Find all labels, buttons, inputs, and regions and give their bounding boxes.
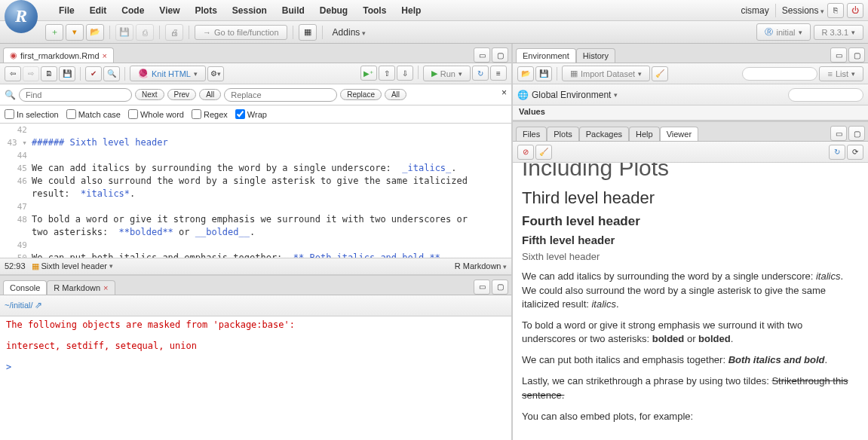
save-button[interactable]: 💾: [115, 24, 133, 41]
env-max-icon[interactable]: ▢: [848, 47, 865, 63]
r-version-menu[interactable]: R 3.3.1: [814, 25, 863, 40]
tab-packages[interactable]: Packages: [579, 127, 629, 141]
minimize-pane-icon[interactable]: ▭: [474, 47, 490, 63]
find-all-button[interactable]: All: [199, 89, 221, 100]
refresh-viewer-button[interactable]: ⟳: [847, 145, 863, 160]
sync-viewer-button[interactable]: ↻: [829, 145, 845, 160]
list-view-menu[interactable]: ≡ List: [819, 66, 863, 81]
close-rmd-tab[interactable]: ×: [103, 283, 108, 292]
load-ws-button[interactable]: 📂: [517, 66, 534, 81]
lang-mode[interactable]: R Markdown: [455, 261, 507, 270]
menu-session[interactable]: Session: [225, 3, 275, 18]
cursor-pos: 52:93: [5, 261, 26, 270]
run-button[interactable]: ▶ Run: [423, 66, 471, 81]
regex-checkbox[interactable]: Regex: [192, 109, 228, 119]
close-tab-icon[interactable]: ×: [103, 51, 107, 60]
project-menu[interactable]: Ⓡ initial: [756, 23, 810, 41]
go-prev-button[interactable]: ⇧: [379, 66, 395, 81]
console-output[interactable]: The following objects are masked from 'p…: [0, 316, 511, 440]
menu-code[interactable]: Code: [114, 3, 152, 18]
tab-help[interactable]: Help: [629, 127, 660, 141]
env-min-icon[interactable]: ▭: [830, 47, 847, 63]
in-selection-checkbox[interactable]: In selection: [5, 109, 59, 119]
addins-menu[interactable]: Addins: [328, 25, 370, 40]
tab-files[interactable]: Files: [516, 127, 547, 141]
tab-plots[interactable]: Plots: [547, 127, 578, 141]
show-doc-icon[interactable]: 🗎: [41, 66, 57, 81]
rmarkdown-tab[interactable]: R Markdown ×: [47, 280, 115, 295]
menu-view[interactable]: View: [152, 3, 187, 18]
replace-button[interactable]: Replace: [340, 89, 382, 100]
maximize-pane-icon[interactable]: ▢: [492, 47, 508, 63]
menu-plots[interactable]: Plots: [187, 3, 224, 18]
editor-tab[interactable]: ◉ first_rmarkdown.Rmd ×: [3, 47, 114, 63]
wrap-checkbox[interactable]: Wrap: [235, 109, 267, 119]
knit-button[interactable]: 🧶 Knit HTML: [130, 66, 206, 81]
save-ws-button[interactable]: 💾: [535, 66, 552, 81]
user-label: cismay: [741, 5, 768, 16]
close-find-icon[interactable]: ×: [501, 87, 507, 98]
goto-file-input[interactable]: Go to file/function: [195, 25, 287, 40]
publish-button[interactable]: ↻: [472, 66, 489, 81]
remove-viewer-button[interactable]: ⊘: [517, 145, 534, 160]
menu-tools[interactable]: Tools: [355, 3, 394, 18]
code-editor[interactable]: 4243 ▾###### Sixth level header4445We ca…: [0, 124, 511, 258]
save-doc-button[interactable]: 💾: [59, 66, 75, 81]
viewer-para: You can also embed plots, for example:: [522, 410, 859, 423]
env-scope-menu[interactable]: 🌐 Global Environment: [517, 90, 618, 100]
env-search-input[interactable]: [742, 67, 817, 81]
spellcheck-button[interactable]: ✔: [85, 66, 102, 81]
menu-debug[interactable]: Debug: [312, 3, 355, 18]
find-replace-button[interactable]: 🔍: [103, 66, 120, 81]
replace-all-button[interactable]: All: [385, 89, 406, 100]
grid-button[interactable]: ▦: [299, 24, 317, 41]
viewer-max-icon[interactable]: ▢: [848, 126, 865, 141]
match-case-checkbox[interactable]: Match case: [66, 109, 121, 119]
outline-button[interactable]: ≡: [490, 66, 507, 81]
print-button[interactable]: 🖨: [165, 24, 183, 41]
chunk-nav[interactable]: ▦ Sixth level header: [32, 261, 113, 271]
console-max-icon[interactable]: ▢: [492, 280, 508, 295]
console-min-icon[interactable]: ▭: [474, 280, 490, 295]
replace-input[interactable]: [224, 88, 337, 102]
sessions-menu[interactable]: Sessions: [782, 5, 824, 16]
editor-line: 48To bold a word or give it strong empha…: [0, 213, 511, 226]
console-tab[interactable]: Console: [3, 280, 47, 295]
back-icon[interactable]: ⇦: [5, 66, 21, 81]
power-icon[interactable]: ⏻: [847, 3, 863, 18]
menu-file[interactable]: File: [51, 3, 82, 18]
console-path-arrow-icon[interactable]: ⇗: [35, 300, 42, 310]
viewer-content[interactable]: Including Plots Third level header Fourt…: [513, 163, 868, 440]
environment-tab[interactable]: Environment: [516, 48, 576, 63]
go-next-button[interactable]: ⇩: [397, 66, 413, 81]
env-scope-bar: 🌐 Global Environment: [513, 84, 868, 105]
new-file-button[interactable]: ＋: [45, 24, 63, 41]
tab-viewer[interactable]: Viewer: [660, 127, 698, 141]
find-next-button[interactable]: Next: [135, 89, 164, 100]
clear-env-button[interactable]: 🧹: [652, 66, 668, 81]
viewer-para: Lastly, we can strikethrough a phrase by…: [522, 374, 859, 402]
find-prev-button[interactable]: Prev: [167, 89, 197, 100]
editor-line: 44: [0, 149, 511, 162]
save-all-button[interactable]: ⎙: [136, 24, 154, 41]
find-input[interactable]: [19, 88, 132, 102]
gear-icon[interactable]: ⚙: [207, 66, 224, 81]
history-tab[interactable]: History: [576, 48, 615, 63]
env-toolbar: 📂 💾 ▦ Import Dataset 🧹 ≡ List: [513, 63, 868, 84]
clear-viewer-button[interactable]: 🧹: [535, 145, 552, 160]
values-header: Values: [513, 105, 868, 121]
new-project-button[interactable]: ▾: [66, 24, 84, 41]
menu-edit[interactable]: Edit: [82, 3, 115, 18]
env-filter-input[interactable]: [788, 88, 863, 102]
viewer-min-icon[interactable]: ▭: [830, 126, 847, 141]
fwd-icon[interactable]: ⇨: [23, 66, 39, 81]
console-path: ~/initial/: [5, 301, 33, 310]
session-icon[interactable]: ⎘: [827, 3, 844, 18]
insert-chunk-button[interactable]: ▶⁺: [360, 66, 377, 81]
import-dataset-menu[interactable]: ▦ Import Dataset: [562, 66, 650, 81]
search-icon: 🔍: [5, 90, 16, 100]
menu-help[interactable]: Help: [394, 3, 428, 18]
open-button[interactable]: 📂: [86, 24, 104, 41]
menu-build[interactable]: Build: [275, 3, 312, 18]
whole-word-checkbox[interactable]: Whole word: [128, 109, 184, 119]
